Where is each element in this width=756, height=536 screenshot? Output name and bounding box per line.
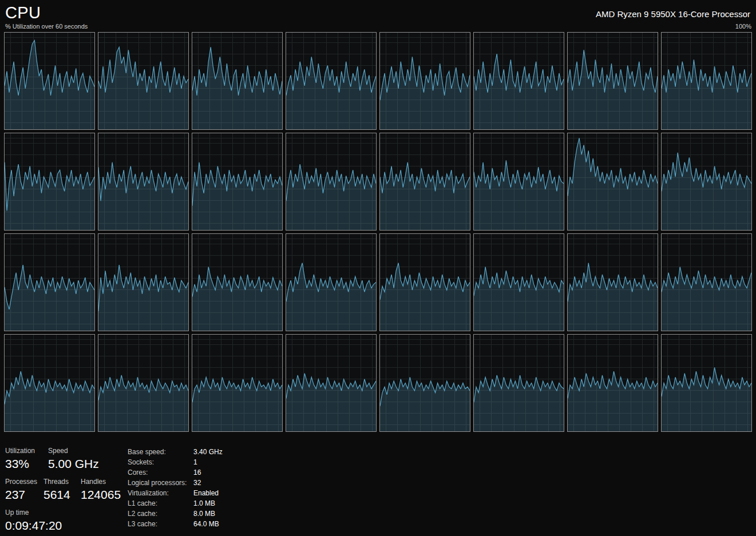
spec-sockets-label: Sockets: xyxy=(128,457,193,467)
utilization-graph xyxy=(192,133,282,230)
cpu-core-chart[interactable] xyxy=(567,334,658,432)
spec-l2-cache-value: 8.0 MB xyxy=(193,509,215,519)
spec-l3-cache-value: 64.0 MB xyxy=(193,519,219,529)
cpu-core-chart[interactable] xyxy=(286,32,377,130)
utilization-graph xyxy=(5,133,94,230)
utilization-graph xyxy=(192,33,282,129)
cpu-core-grid xyxy=(4,32,752,432)
spec-cores-value: 16 xyxy=(193,467,201,478)
cpu-core-chart[interactable] xyxy=(661,233,752,331)
cpu-core-chart[interactable] xyxy=(192,32,283,130)
spec-l3-cache: L3 cache: 64.0 MB xyxy=(128,519,223,529)
cpu-core-chart[interactable] xyxy=(98,334,189,432)
cpu-core-chart[interactable] xyxy=(286,133,377,231)
cpu-core-chart[interactable] xyxy=(473,334,564,432)
cpu-core-chart[interactable] xyxy=(567,133,658,231)
stat-threads: Threads 5614 xyxy=(43,478,81,501)
utilization-graph xyxy=(662,33,751,129)
stat-uptime: Up time 0:09:47:20 xyxy=(5,509,62,532)
spec-logical-processors: Logical processors: 32 xyxy=(128,478,223,488)
spec-l3-cache-label: L3 cache: xyxy=(128,519,193,529)
utilization-graph xyxy=(5,234,94,331)
stat-handles-label: Handles xyxy=(81,478,121,486)
cpu-core-chart[interactable] xyxy=(192,334,283,432)
stat-utilization: Utilization 33% xyxy=(5,447,48,470)
stat-utilization-value: 33% xyxy=(5,458,48,470)
cpu-core-chart[interactable] xyxy=(286,334,377,432)
spec-virtualization-value: Enabled xyxy=(193,488,219,498)
stat-processes-label: Processes xyxy=(5,478,43,486)
processor-name: AMD Ryzen 9 5950X 16-Core Processor xyxy=(596,9,750,19)
spec-cores: Cores: 16 xyxy=(128,467,223,478)
utilization-graph xyxy=(474,33,564,129)
static-specs: Base speed: 3.40 GHz Sockets: 1 Cores: 1… xyxy=(128,447,223,536)
stat-speed-value: 5.00 GHz xyxy=(48,458,99,470)
utilization-graph xyxy=(474,335,564,431)
stat-speed-label: Speed xyxy=(48,447,99,455)
cpu-core-chart[interactable] xyxy=(379,133,470,231)
utilization-graph xyxy=(662,234,751,331)
utilization-graph xyxy=(98,234,188,331)
cpu-core-chart[interactable] xyxy=(567,233,658,331)
page-title: CPU xyxy=(5,3,41,22)
utilization-graph xyxy=(5,335,94,431)
stat-threads-label: Threads xyxy=(43,478,81,486)
spec-cores-label: Cores: xyxy=(128,467,193,478)
cpu-core-chart[interactable] xyxy=(473,133,564,231)
cpu-core-chart[interactable] xyxy=(4,32,95,130)
cpu-core-chart[interactable] xyxy=(661,334,752,432)
stat-uptime-value: 0:09:47:20 xyxy=(5,519,62,532)
cpu-core-chart[interactable] xyxy=(98,133,189,231)
utilization-graph xyxy=(286,33,376,129)
utilization-graph xyxy=(380,335,470,431)
cpu-core-chart[interactable] xyxy=(473,32,564,130)
spec-sockets: Sockets: 1 xyxy=(128,457,223,467)
y-axis-max-label: 100% xyxy=(735,23,751,30)
cpu-core-chart[interactable] xyxy=(286,233,377,331)
cpu-core-chart[interactable] xyxy=(192,133,283,231)
stat-processes: Processes 237 xyxy=(5,478,43,501)
cpu-core-chart[interactable] xyxy=(192,233,283,331)
cpu-core-chart[interactable] xyxy=(98,32,189,130)
spec-base-speed: Base speed: 3.40 GHz xyxy=(128,447,223,457)
utilization-graph xyxy=(286,234,376,331)
dynamic-stats: Utilization 33% Speed 5.00 GHz Processes… xyxy=(5,447,126,536)
utilization-graph xyxy=(380,234,470,331)
stat-speed: Speed 5.00 GHz xyxy=(48,447,99,470)
spec-virtualization-label: Virtualization: xyxy=(128,488,193,498)
utilization-graph xyxy=(568,33,658,129)
cpu-core-chart[interactable] xyxy=(4,334,95,432)
spec-base-speed-value: 3.40 GHz xyxy=(193,447,223,457)
cpu-core-chart[interactable] xyxy=(661,32,752,130)
spec-l1-cache-value: 1.0 MB xyxy=(193,498,215,509)
utilization-graph xyxy=(568,234,658,331)
cpu-core-chart[interactable] xyxy=(98,233,189,331)
cpu-core-chart[interactable] xyxy=(4,233,95,331)
utilization-graph xyxy=(286,335,376,431)
cpu-core-chart[interactable] xyxy=(4,133,95,231)
spec-sockets-value: 1 xyxy=(193,457,197,467)
spec-logical-processors-label: Logical processors: xyxy=(128,478,193,488)
spec-l1-cache: L1 cache: 1.0 MB xyxy=(128,498,223,509)
spec-virtualization: Virtualization: Enabled xyxy=(128,488,223,498)
cpu-core-chart[interactable] xyxy=(379,334,470,432)
axis-labels: % Utilization over 60 seconds 100% xyxy=(0,22,756,32)
cpu-core-chart[interactable] xyxy=(567,32,658,130)
cpu-core-chart[interactable] xyxy=(379,32,470,130)
utilization-graph xyxy=(98,335,188,431)
utilization-graph xyxy=(662,335,751,431)
stat-threads-value: 5614 xyxy=(43,489,81,501)
spec-base-speed-label: Base speed: xyxy=(128,447,193,457)
stat-uptime-label: Up time xyxy=(5,509,62,517)
utilization-graph xyxy=(474,133,564,230)
utilization-graph xyxy=(98,33,188,129)
cpu-header: CPU AMD Ryzen 9 5950X 16-Core Processor xyxy=(0,0,756,22)
utilization-graph xyxy=(568,335,658,431)
cpu-core-chart[interactable] xyxy=(379,233,470,331)
stat-handles: Handles 124065 xyxy=(81,478,121,501)
utilization-graph xyxy=(380,33,470,129)
cpu-core-chart[interactable] xyxy=(661,133,752,231)
spec-l2-cache-label: L2 cache: xyxy=(128,509,193,519)
cpu-core-chart[interactable] xyxy=(473,233,564,331)
stat-handles-value: 124065 xyxy=(81,489,121,501)
